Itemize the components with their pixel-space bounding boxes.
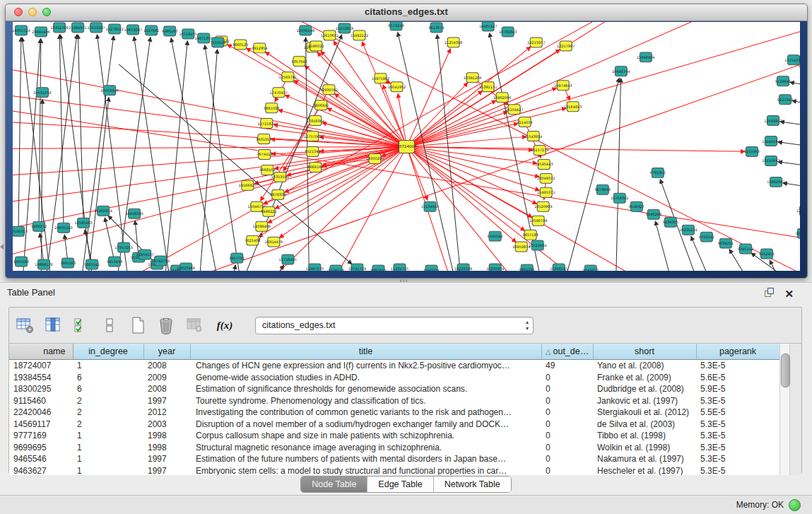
graph-node[interactable]: 16914479: [265, 237, 283, 247]
table-row[interactable]: 2242004622012Investigating the contribut…: [9, 407, 779, 419]
graph-node[interactable]: 9834251: [718, 238, 734, 248]
function-builder-button[interactable]: f(x): [213, 315, 237, 335]
graph-node[interactable]: 10553287: [87, 23, 105, 33]
table-cell[interactable]: Franke et al. (2009): [593, 372, 696, 384]
graph-edge[interactable]: [41, 35, 77, 271]
graph-node[interactable]: 9245112: [738, 244, 753, 254]
new-table-button[interactable]: [128, 315, 148, 335]
graph-node[interactable]: 10590799: [529, 216, 547, 226]
graph-node[interactable]: 9452455: [759, 249, 775, 259]
graph-node[interactable]: 16049372: [537, 173, 555, 183]
table-cell[interactable]: 9465546: [9, 453, 73, 465]
graph-node[interactable]: 9861045: [519, 264, 535, 271]
collapsed-panel-handle[interactable]: [0, 244, 4, 250]
table-cell[interactable]: 9115460: [9, 395, 73, 407]
table-cell[interactable]: 1: [73, 442, 143, 454]
table-cell[interactable]: 0: [541, 407, 593, 419]
graph-node[interactable]: 9245012: [583, 265, 599, 271]
table-cell[interactable]: Nakamura et al. (1997): [593, 453, 696, 465]
table-cell[interactable]: 0: [541, 372, 593, 384]
graph-node[interactable]: 9346293: [646, 209, 661, 219]
graph-node[interactable]: 16353594: [271, 172, 289, 182]
table-cell[interactable]: Wolkin et al. (1998): [593, 442, 696, 454]
graph-node[interactable]: 16959974: [512, 242, 530, 252]
table-cell[interactable]: 5.3E-5: [696, 395, 779, 407]
table-source-select[interactable]: citations_edges.txt ▴▾: [255, 317, 534, 334]
graph-node[interactable]: 9114058: [517, 117, 533, 127]
graph-node[interactable]: 9498222: [261, 206, 276, 216]
graph-node[interactable]: 10391209: [464, 73, 481, 83]
table-cell[interactable]: 1997: [143, 453, 190, 465]
graph-node[interactable]: 14595443: [535, 159, 553, 169]
graph-node[interactable]: 11381111: [479, 82, 497, 92]
graph-edge[interactable]: [76, 36, 114, 271]
table-cell[interactable]: 1: [73, 453, 143, 465]
graph-edge[interactable]: [655, 221, 677, 271]
graph-edge[interactable]: [196, 49, 217, 271]
graph-edge[interactable]: [317, 52, 406, 146]
graph-node[interactable]: 20691406: [32, 27, 49, 37]
graph-node[interactable]: 12563781: [279, 72, 297, 82]
table-cell[interactable]: 1998: [143, 430, 190, 442]
graph-edge[interactable]: [266, 52, 407, 146]
table-row[interactable]: 911546021997Tourette syndrome. Phenomeno…: [9, 395, 779, 407]
graph-edge[interactable]: [407, 83, 468, 146]
table-cell[interactable]: 9463627: [9, 465, 73, 476]
delete-rows-trash-button[interactable]: [156, 315, 176, 335]
graph-node[interactable]: 9806841: [313, 100, 329, 110]
table-cell[interactable]: 5.6E-5: [696, 372, 779, 384]
float-panel-icon[interactable]: [764, 287, 775, 300]
graph-edge[interactable]: [247, 48, 407, 146]
graph-edge[interactable]: [790, 82, 800, 89]
graph-node[interactable]: 16958107: [136, 250, 153, 259]
graph-edge[interactable]: [407, 100, 496, 146]
graph-node[interactable]: 20053346: [100, 86, 118, 95]
graph-edge[interactable]: [39, 39, 41, 226]
graph-node[interactable]: 11254309: [445, 37, 462, 47]
graph-node[interactable]: 9129946: [775, 76, 791, 86]
graph-edge[interactable]: [13, 146, 407, 262]
table-cell[interactable]: 2012: [143, 407, 190, 419]
graph-node[interactable]: 9857183: [523, 230, 539, 240]
table-cell[interactable]: 18724007: [9, 360, 73, 372]
graph-node[interactable]: 7625402: [245, 235, 260, 245]
column-header-title[interactable]: title: [190, 344, 541, 360]
graph-edge[interactable]: [59, 35, 64, 228]
graph-node[interactable]: 12215977: [527, 37, 545, 47]
graph-node[interactable]: 22006148: [297, 25, 314, 35]
table-cell[interactable]: Genome-wide association studies in ADHD.: [190, 372, 541, 384]
graph-node[interactable]: 8572248: [388, 22, 404, 30]
table-cell[interactable]: 5.3E-5: [696, 419, 779, 431]
tab-network-table[interactable]: Network Table: [434, 477, 511, 492]
graph-node[interactable]: 10224199: [454, 264, 472, 271]
graph-edge[interactable]: [205, 45, 247, 271]
show-column-button[interactable]: [43, 315, 63, 335]
table-cell[interactable]: 5.3E-5: [696, 442, 779, 454]
table-cell[interactable]: 5.3E-5: [696, 453, 779, 465]
graph-node[interactable]: 15495371: [537, 187, 555, 197]
graph-node[interactable]: 10783343: [499, 27, 517, 37]
table-cell[interactable]: 6: [73, 383, 143, 395]
graph-node[interactable]: 9668102: [259, 165, 275, 175]
graph-node[interactable]: 10407427: [479, 22, 497, 31]
graph-node[interactable]: 10235214: [679, 225, 697, 235]
table-cell[interactable]: 0: [541, 419, 593, 431]
graph-node[interactable]: 16041952: [388, 82, 406, 92]
table-row[interactable]: 969969511998Structural magnetic resonanc…: [9, 442, 779, 454]
table-row[interactable]: 946554611997Estimation of the future num…: [9, 453, 779, 465]
table-cell[interactable]: 5.3E-5: [696, 430, 779, 442]
column-header-pagerank[interactable]: pagerank: [696, 344, 779, 360]
table-cell[interactable]: Stergiakouli et al. (2012): [593, 407, 696, 419]
graph-node[interactable]: 11431755: [391, 264, 408, 271]
graph-node[interactable]: 18332708: [50, 23, 68, 33]
table-cell[interactable]: Dudbridge et al. (2008): [593, 383, 696, 395]
tab-edge-table[interactable]: Edge Table: [367, 477, 433, 492]
graph-node[interactable]: 9436305: [663, 217, 678, 227]
close-panel-icon[interactable]: ✕: [784, 288, 794, 299]
graph-node[interactable]: 6466160: [162, 26, 177, 36]
graph-hub-node[interactable]: 18724007: [397, 141, 417, 153]
table-cell[interactable]: 1: [73, 430, 143, 442]
graph-node[interactable]: 10699178: [35, 259, 52, 269]
graph-node[interactable]: 6791955: [650, 168, 666, 177]
memory-status-indicator[interactable]: [789, 499, 801, 511]
